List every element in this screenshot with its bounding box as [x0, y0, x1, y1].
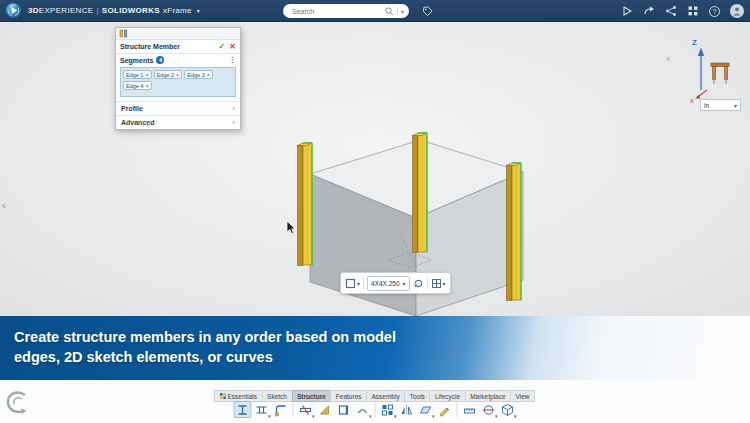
left-panel-collapse-chevron[interactable]: ‹ [2, 199, 6, 211]
profile-size-combobox[interactable]: 4X4X.250 ▾ [367, 276, 410, 291]
remove-chip-icon[interactable]: × [145, 83, 148, 89]
remove-chip-icon[interactable]: × [145, 72, 148, 78]
tool-reference-plane[interactable]: ▾ [417, 401, 435, 418]
toolbar-divider [427, 277, 428, 289]
triad-icon [690, 40, 740, 102]
top-bar-actions: ? [621, 0, 744, 22]
structure-member-beam-middle[interactable] [413, 133, 428, 253]
structure-member-beam-right[interactable] [507, 163, 522, 301]
tool-end-cap[interactable] [335, 401, 353, 418]
segment-chip[interactable]: Edge 4× [123, 81, 152, 90]
toolbar-divider [363, 277, 364, 289]
corner-icon [274, 403, 288, 417]
trim-icon [299, 403, 313, 417]
brand-text: 3DEXPERIENCE | SOLIDWORKS xFrame ▾ [28, 6, 200, 15]
segments-label: Segments [120, 57, 153, 64]
search-divider [397, 7, 398, 15]
pattern-icon [381, 403, 395, 417]
display-style-cube-icon [501, 403, 515, 417]
caret-down-icon: ▾ [734, 102, 737, 109]
tool-measure[interactable] [461, 401, 479, 418]
search-scope-caret-icon[interactable]: ▾ [401, 8, 404, 15]
toolbar-separator [457, 403, 458, 417]
search-input[interactable] [290, 7, 385, 16]
segments-selection-list[interactable]: Edge 1× Edge 2× Edge 3× Edge 4× [120, 67, 236, 97]
tool-section-view[interactable]: ▾ [480, 401, 498, 418]
tool-corner-management[interactable] [272, 401, 290, 418]
cancel-button[interactable]: ✕ [229, 42, 236, 51]
app-name[interactable]: xFrame [163, 6, 192, 15]
structure-member-beam-left[interactable] [298, 143, 313, 266]
remove-chip-icon[interactable]: × [207, 72, 210, 78]
units-dropdown[interactable]: in ▾ [700, 99, 741, 111]
banner-line-1: Create structure members in any order ba… [14, 327, 750, 347]
ok-button[interactable]: ✓ [219, 42, 226, 51]
weld-bead-icon [356, 403, 370, 417]
caret-down-icon: ▾ [268, 413, 271, 419]
orientation-triad[interactable]: Z x [690, 40, 740, 102]
ribbon-tools: ▾ ▾ [234, 401, 517, 418]
tool-mirror[interactable] [398, 401, 416, 418]
pencil-icon [438, 403, 452, 417]
structure-member-panel: Structure Member ✓ ✕ Segments 4 ⋮ Edge 1… [115, 27, 241, 130]
top-bar: 3DEXPERIENCE | SOLIDWORKS xFrame ▾ ▾ [0, 0, 750, 22]
gusset-icon [318, 403, 332, 417]
triad-collapse-chevron[interactable]: ‹ [667, 53, 670, 64]
tool-secondary-member[interactable]: ▾ [253, 401, 271, 418]
tag-button[interactable] [420, 4, 434, 18]
units-value: in [704, 102, 709, 109]
structure-member-icon [119, 29, 128, 38]
chevron-right-icon: › [232, 118, 235, 127]
help-icon[interactable]: ? [709, 6, 720, 17]
tool-weld-bead[interactable]: ▾ [354, 401, 372, 418]
tool-display-style[interactable]: ▾ [499, 401, 517, 418]
profile-type-dropdown[interactable]: ▾ [345, 278, 360, 289]
global-search[interactable]: ▾ [283, 4, 409, 18]
apps-grid-icon[interactable] [687, 5, 699, 17]
secondary-member-icon [255, 403, 269, 417]
remove-chip-icon[interactable]: × [176, 72, 179, 78]
essentials-icon [219, 393, 225, 399]
toolbar-separator [293, 403, 294, 417]
segments-menu-icon[interactable]: ⋮ [229, 56, 236, 64]
tool-pattern[interactable]: ▾ [379, 401, 397, 418]
member-context-toolbar: ▾ 4X4X.250 ▾ ▾ [340, 272, 451, 294]
action-bar: Essentials Sketch Structure Features Ass… [0, 380, 750, 423]
play-icon[interactable] [621, 5, 633, 17]
app-switch-caret-icon[interactable]: ▾ [197, 7, 200, 14]
structure-member-icon [236, 403, 250, 417]
tool-trim[interactable]: ▾ [297, 401, 315, 418]
panel-title: Structure Member [120, 43, 215, 50]
brand-product: SOLIDWORKS [102, 6, 160, 15]
segment-chip[interactable]: Edge 2× [154, 70, 183, 79]
segment-chip[interactable]: Edge 1× [123, 70, 152, 79]
tool-gusset[interactable] [316, 401, 334, 418]
caret-down-icon: ▾ [394, 413, 397, 419]
segments-header: Segments 4 ⋮ [116, 54, 240, 66]
caret-down-icon: ▾ [357, 280, 360, 287]
tool-sketch[interactable] [436, 401, 454, 418]
solidworks-logo-icon [3, 388, 31, 416]
person-icon [732, 6, 742, 16]
search-icon[interactable] [385, 7, 394, 16]
caret-down-icon: ▾ [369, 413, 372, 419]
profile-section[interactable]: Profile › [116, 101, 240, 115]
brand-3d: 3D [28, 6, 39, 15]
rotate-profile-button[interactable] [413, 278, 424, 289]
forward-arrow-icon[interactable] [643, 5, 655, 17]
tag-icon [422, 6, 433, 17]
toolbar-separator [375, 403, 376, 417]
alignment-dropdown[interactable]: ▾ [431, 278, 446, 289]
tool-structure-member[interactable] [234, 401, 252, 418]
caret-down-icon: ▾ [403, 280, 406, 287]
share-icon[interactable] [665, 5, 677, 17]
z-axis-label: Z [692, 38, 697, 47]
advanced-section[interactable]: Advanced › [116, 115, 240, 129]
segment-chip[interactable]: Edge 3× [184, 70, 213, 79]
chevron-right-icon: › [232, 104, 235, 113]
reference-plane-icon [419, 403, 433, 417]
3dexperience-compass-icon[interactable] [5, 2, 22, 19]
section-view-icon [482, 403, 496, 417]
banner-line-2: edges, 2D sketch elements, or curves [14, 347, 750, 367]
user-avatar[interactable] [730, 4, 744, 18]
